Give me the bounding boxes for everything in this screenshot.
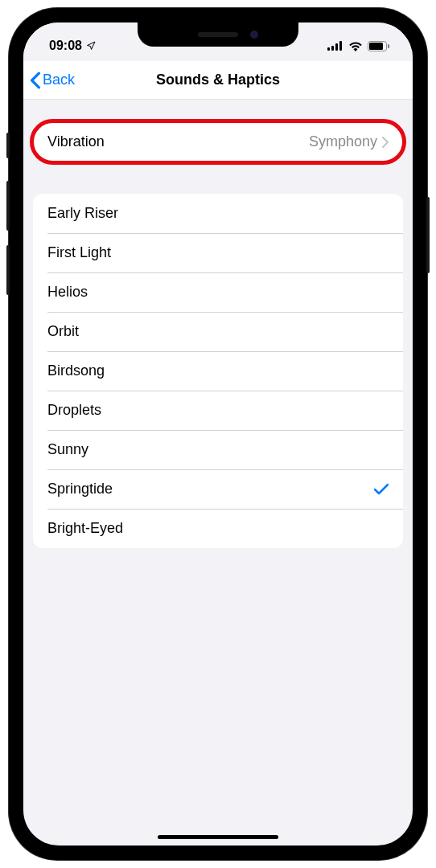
- svg-rect-6: [388, 44, 389, 48]
- sound-option[interactable]: Birdsong: [33, 351, 403, 391]
- phone-frame: 09:08: [9, 8, 427, 860]
- navigation-bar: Back Sounds & Haptics: [23, 61, 413, 100]
- status-right: [327, 41, 390, 51]
- mute-switch: [6, 133, 10, 158]
- sound-option-label: Springtide: [47, 481, 374, 497]
- vibration-section: Vibration Symphony: [33, 122, 403, 162]
- sound-option[interactable]: Helios: [33, 272, 403, 312]
- front-camera: [250, 31, 258, 39]
- sound-option[interactable]: First Light: [33, 233, 403, 272]
- home-indicator[interactable]: [158, 835, 278, 839]
- sound-option-label: Early Riser: [47, 205, 389, 222]
- location-icon: [86, 41, 96, 51]
- sound-option-label: Sunny: [47, 441, 389, 458]
- svg-rect-0: [327, 47, 330, 51]
- speaker: [198, 32, 238, 37]
- screen: 09:08: [23, 23, 413, 845]
- content: Vibration Symphony Early RiserFirst Ligh…: [23, 100, 413, 821]
- notch: [138, 23, 298, 47]
- svg-rect-2: [335, 43, 338, 51]
- sound-option-label: Helios: [47, 284, 389, 301]
- sound-option[interactable]: Bright-Eyed: [33, 509, 403, 548]
- svg-rect-5: [369, 43, 383, 50]
- svg-rect-3: [339, 41, 342, 51]
- sound-option-label: Droplets: [47, 402, 389, 419]
- sound-option-label: First Light: [47, 244, 389, 261]
- page-title: Sounds & Haptics: [23, 72, 413, 88]
- back-label: Back: [43, 72, 75, 88]
- checkmark-icon: [374, 483, 389, 496]
- sound-option-label: Birdsong: [47, 362, 389, 379]
- wifi-icon: [348, 41, 363, 51]
- sound-option[interactable]: Early Riser: [33, 194, 403, 233]
- battery-icon: [368, 41, 390, 51]
- back-button[interactable]: Back: [30, 72, 75, 89]
- sound-option[interactable]: Springtide: [33, 469, 403, 509]
- vibration-label: Vibration: [47, 133, 309, 150]
- sound-list: Early RiserFirst LightHeliosOrbitBirdson…: [33, 194, 403, 548]
- cellular-icon: [327, 41, 343, 51]
- sound-option-label: Bright-Eyed: [47, 520, 389, 537]
- sound-option[interactable]: Sunny: [33, 430, 403, 469]
- volume-down-button: [6, 245, 10, 295]
- status-left: 09:08: [49, 39, 96, 53]
- vibration-row[interactable]: Vibration Symphony: [33, 122, 403, 162]
- volume-up-button: [6, 181, 10, 231]
- vibration-value: Symphony: [309, 133, 377, 150]
- status-time: 09:08: [49, 39, 82, 53]
- power-button: [426, 197, 430, 273]
- sound-option[interactable]: Orbit: [33, 312, 403, 351]
- svg-rect-1: [331, 46, 334, 51]
- sound-option-label: Orbit: [47, 323, 389, 340]
- sound-option[interactable]: Droplets: [33, 391, 403, 430]
- chevron-right-icon: [382, 137, 389, 148]
- chevron-left-icon: [30, 72, 41, 89]
